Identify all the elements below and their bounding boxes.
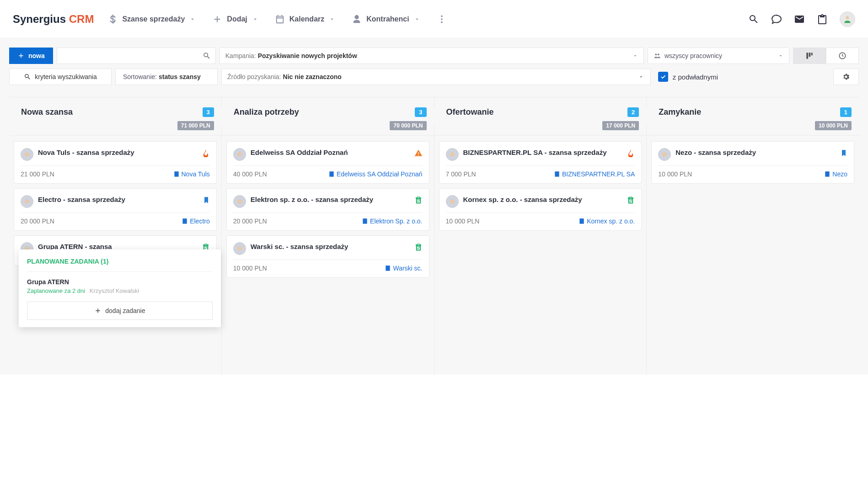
svg-point-4 — [655, 53, 657, 55]
logo-text-1: Synergius — [13, 13, 69, 25]
card-company-link[interactable]: Edelweiss SA Oddział Poznań — [328, 170, 423, 178]
clipboard-icon[interactable] — [817, 14, 828, 25]
opportunity-card[interactable]: Kornex sp. z o.o. - szansa sprzedaży 10 … — [439, 188, 642, 231]
card-company-link[interactable]: Elektron Sp. z o.o. — [362, 217, 422, 225]
search-icon[interactable] — [748, 14, 759, 25]
card-header: Nova Tuls - szansa sprzedaży — [21, 148, 210, 166]
card-header: Elektron sp. z o.o. - szansa sprzedaży — [233, 195, 423, 213]
search-icon — [24, 73, 31, 80]
card-company-name: Nova Tuls — [182, 170, 210, 178]
subordinates-checkbox-wrap[interactable]: z podwładnymi — [654, 69, 722, 85]
sort-icon — [638, 74, 645, 80]
view-toggle — [793, 48, 859, 64]
card-company-name: BIZNESPARTNER.PL SA — [562, 170, 635, 178]
nav-more[interactable] — [437, 14, 447, 24]
caret-down-icon — [778, 53, 783, 58]
card-title: Nezo - szansa sprzedaży — [675, 148, 836, 157]
main-nav: Szanse sprzedaży Dodaj Kalendarz Kontrah… — [107, 14, 748, 24]
add-task-button[interactable]: dodaj zadanie — [27, 302, 213, 320]
opportunity-card[interactable]: Elektron sp. z o.o. - szansa sprzedaży 2… — [226, 188, 429, 231]
building-icon — [385, 265, 391, 271]
bookmark-icon — [203, 196, 210, 204]
nav-calendar-label: Kalendarz — [289, 15, 324, 23]
nav-contractors-label: Kontrahenci — [366, 15, 409, 23]
new-button-label: nowa — [28, 52, 45, 59]
employees-value: wszyscy pracownicy — [664, 52, 722, 59]
gear-icon — [842, 73, 850, 81]
card-amount: 10 000 PLN — [233, 265, 267, 272]
settings-button[interactable] — [833, 69, 859, 85]
card-amount: 7 000 PLN — [446, 170, 476, 178]
column-sum-badge: 71 000 PLN — [177, 121, 214, 130]
sort-label: Sortowanie: — [123, 73, 157, 80]
card-company-link[interactable]: Electro — [182, 217, 210, 225]
kanban-column: Analiza potrzeby 3 70 000 PLN Edelweiss … — [222, 97, 434, 375]
chevron-down-icon — [189, 16, 196, 22]
calendar-icon — [275, 14, 285, 24]
card-amount: 21 000 PLN — [21, 170, 54, 178]
card-company-name: Elektron Sp. z o.o. — [370, 217, 422, 225]
source-dropdown[interactable]: Źródło pozyskania: Nic nie zaznaczono — [221, 69, 651, 85]
opportunity-card[interactable]: Warski sc. - szansa sprzedaży 10 000 PLN… — [226, 235, 429, 278]
nav-contractors[interactable]: Kontrahenci — [352, 14, 420, 24]
card-company-link[interactable]: Nova Tuls — [173, 170, 210, 178]
search-input[interactable] — [57, 48, 216, 64]
opportunity-card[interactable]: Grupa ATERN - szansa PLANOWANE ZADANIA (… — [14, 235, 217, 266]
chevron-down-icon — [329, 16, 335, 22]
card-company-link[interactable]: Kornex sp. z o.o. — [579, 217, 635, 225]
card-company-link[interactable]: BIZNESPARTNER.PL SA — [554, 170, 635, 178]
campaign-label: Kampania: — [225, 52, 256, 59]
card-title: Electro - szansa sprzedaży — [38, 195, 198, 204]
building-icon — [824, 171, 830, 177]
nav-opportunities[interactable]: Szanse sprzedaży — [107, 14, 196, 24]
plus-icon — [94, 307, 102, 314]
subordinates-checkbox[interactable] — [658, 72, 668, 82]
user-avatar[interactable] — [840, 11, 855, 27]
campaign-dropdown[interactable]: Kampania: Pozyskiwanie nowych projektów — [220, 48, 644, 64]
search-criteria-button[interactable]: kryteria wyszukiwania — [9, 69, 112, 85]
header-actions — [748, 11, 855, 27]
card-footer: 20 000 PLN Elektron Sp. z o.o. — [233, 213, 423, 225]
nav-calendar[interactable]: Kalendarz — [275, 14, 335, 24]
employees-dropdown[interactable]: wszyscy pracownicy — [648, 48, 789, 64]
opportunity-card[interactable]: Edelweiss SA Oddział Poznań 40 000 PLN E… — [226, 141, 429, 184]
opportunity-card[interactable]: Nezo - szansa sprzedaży 10 000 PLN Nezo — [651, 141, 854, 184]
column-sum-badge: 70 000 PLN — [390, 121, 426, 130]
nav-add-label: Dodaj — [227, 15, 247, 23]
card-company-name: Nezo — [832, 170, 847, 178]
svg-rect-6 — [806, 53, 808, 59]
column-count-badge: 3 — [203, 107, 214, 117]
top-header: Synergius CRM Szanse sprzedaży Dodaj Kal… — [0, 0, 868, 38]
timeline-view-button[interactable] — [826, 48, 859, 64]
card-avatar — [233, 242, 246, 255]
card-header: Warski sc. - szansa sprzedaży — [233, 242, 423, 260]
kanban-view-button[interactable] — [793, 48, 826, 64]
plus-icon — [212, 14, 222, 24]
column-cards: Edelweiss SA Oddział Poznań 40 000 PLN E… — [222, 136, 434, 283]
users-icon — [654, 52, 661, 59]
source-value: Nic nie zaznaczono — [283, 73, 342, 80]
card-header: Nezo - szansa sprzedaży — [658, 148, 847, 166]
svg-point-0 — [441, 15, 443, 17]
opportunity-card[interactable]: Nova Tuls - szansa sprzedaży 21 000 PLN … — [14, 141, 217, 184]
card-company-link[interactable]: Nezo — [824, 170, 847, 178]
dollar-icon — [107, 14, 118, 24]
new-button[interactable]: nowa — [9, 48, 53, 64]
chevron-down-icon — [252, 16, 258, 22]
card-company-link[interactable]: Warski sc. — [385, 265, 422, 272]
card-title: Warski sc. - szansa sprzedaży — [251, 242, 410, 251]
card-footer: 21 000 PLN Nova Tuls — [21, 166, 210, 178]
chat-icon[interactable] — [771, 14, 782, 25]
sort-dropdown[interactable]: Sortowanie: status szansy — [115, 69, 218, 85]
card-amount: 10 000 PLN — [446, 217, 480, 225]
opportunity-card[interactable]: BIZNESPARTNER.PL SA - szansa sprzedaży 7… — [439, 141, 642, 184]
clock-icon — [838, 52, 847, 60]
fire-icon — [202, 149, 210, 157]
logo: Synergius CRM — [13, 13, 94, 26]
card-avatar — [233, 195, 246, 208]
column-cards: Nova Tuls - szansa sprzedaży 21 000 PLN … — [9, 136, 221, 271]
mail-icon[interactable] — [794, 14, 805, 25]
opportunity-card[interactable]: Electro - szansa sprzedaży 20 000 PLN El… — [14, 188, 217, 231]
nav-add[interactable]: Dodaj — [212, 14, 258, 24]
popover-task[interactable]: Grupa ATERN Zaplanowane za 2 dni Krzyszt… — [27, 272, 213, 302]
